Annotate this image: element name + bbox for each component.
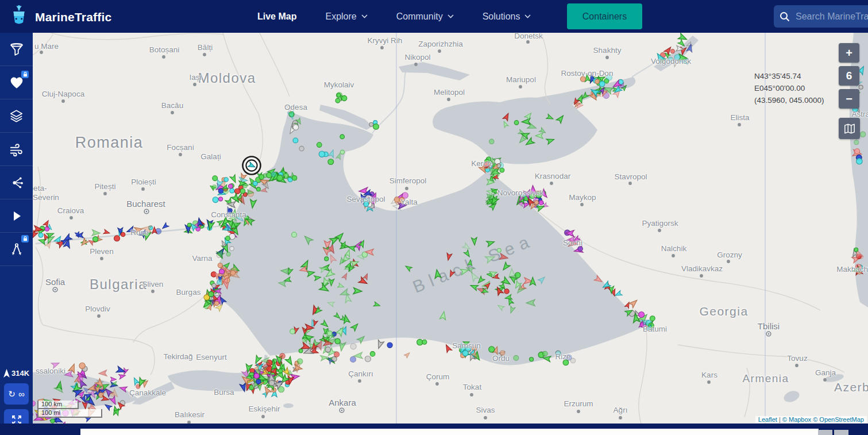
brand[interactable]: MarineTraffic xyxy=(8,4,111,30)
vessel-marker[interactable] xyxy=(530,185,537,194)
attribution-leaflet-link[interactable]: Leaflet xyxy=(758,416,777,423)
vessel-marker[interactable] xyxy=(500,351,505,355)
vessel-marker[interactable] xyxy=(443,344,452,353)
vessel-marker[interactable] xyxy=(599,81,605,87)
vessel-marker[interactable] xyxy=(595,79,600,84)
nav-item-live-map[interactable]: Live Map xyxy=(257,11,296,22)
vessel-marker[interactable] xyxy=(563,360,569,365)
vessel-marker[interactable] xyxy=(555,351,561,356)
vessel-marker[interactable] xyxy=(212,283,216,287)
vessel-marker[interactable] xyxy=(230,247,234,251)
vessel-marker[interactable] xyxy=(230,188,234,193)
vessel-marker[interactable] xyxy=(335,98,340,103)
vessel-marker[interactable] xyxy=(334,352,340,357)
vessel-marker[interactable] xyxy=(530,357,534,361)
attribution-osm-link[interactable]: © OpenStreetMap xyxy=(813,416,864,423)
vessel-marker[interactable] xyxy=(629,298,639,308)
vessel-marker[interactable] xyxy=(340,150,344,154)
vessel-marker[interactable] xyxy=(226,236,230,241)
vessel-marker[interactable] xyxy=(337,93,341,97)
vessel-marker[interactable] xyxy=(286,104,294,111)
nav-item-explore[interactable]: Explore xyxy=(325,11,367,22)
vessel-marker[interactable] xyxy=(103,229,110,235)
vessel-marker[interactable] xyxy=(325,257,329,261)
vessel-marker[interactable] xyxy=(670,49,674,53)
vessel-marker[interactable] xyxy=(364,202,369,207)
vessel-marker[interactable] xyxy=(514,356,519,361)
containers-button[interactable]: Containers xyxy=(567,3,642,29)
vessel-marker[interactable] xyxy=(33,401,36,406)
sidebar-item-layers[interactable] xyxy=(0,99,33,133)
vessel-marker[interactable] xyxy=(327,331,332,336)
vessel-marker[interactable] xyxy=(854,248,858,252)
vessel-marker[interactable] xyxy=(376,340,384,350)
vessel-marker[interactable] xyxy=(259,175,264,180)
vessel-marker[interactable] xyxy=(110,377,117,382)
vessel-marker[interactable] xyxy=(860,132,865,137)
vessel-marker[interactable] xyxy=(290,329,295,334)
vessel-marker[interactable] xyxy=(121,232,125,236)
vessel-marker[interactable] xyxy=(224,178,228,182)
vessel-marker[interactable] xyxy=(280,353,286,359)
vessel-marker[interactable] xyxy=(373,124,379,130)
vessel-marker[interactable] xyxy=(257,187,261,191)
vessel-marker[interactable] xyxy=(328,159,334,165)
vessel-marker[interactable] xyxy=(578,247,582,251)
vessel-marker[interactable] xyxy=(370,352,375,357)
vessel-marker[interactable] xyxy=(293,138,298,143)
sidebar-item-favorites[interactable] xyxy=(0,66,33,99)
vessel-marker[interactable] xyxy=(213,185,217,189)
vessel-marker[interactable] xyxy=(607,75,612,80)
vessel-marker[interactable] xyxy=(854,140,859,145)
vessel-marker[interactable] xyxy=(99,370,107,376)
map-style-button[interactable] xyxy=(839,118,860,139)
vessel-marker[interactable] xyxy=(319,151,325,157)
vessel-marker[interactable] xyxy=(369,122,373,126)
vessel-marker[interactable] xyxy=(68,363,77,373)
vessel-marker[interactable] xyxy=(399,197,404,202)
vessel-marker[interactable] xyxy=(484,161,489,167)
vessel-marker[interactable] xyxy=(213,176,218,181)
vessel-marker[interactable] xyxy=(219,197,223,201)
vessel-marker[interactable] xyxy=(218,263,222,268)
vessel-marker[interactable] xyxy=(859,85,863,89)
vessel-marker[interactable] xyxy=(293,125,299,130)
nav-item-solutions[interactable]: Solutions xyxy=(483,11,531,22)
attribution-mapbox-link[interactable]: © Mapbox xyxy=(782,416,811,423)
vessel-marker[interactable] xyxy=(580,76,585,82)
vessel-marker[interactable] xyxy=(213,197,218,203)
vessel-marker[interactable] xyxy=(285,356,294,366)
vessel-marker[interactable] xyxy=(214,301,219,306)
vessel-marker[interactable] xyxy=(678,33,688,43)
vessel-marker[interactable] xyxy=(38,233,43,237)
vessel-marker[interactable] xyxy=(114,236,120,241)
vessel-marker[interactable] xyxy=(219,269,225,274)
vessel-marker[interactable] xyxy=(514,121,519,125)
search-box[interactable] xyxy=(774,5,868,28)
vessel-marker[interactable] xyxy=(543,351,548,356)
vessel-marker[interactable] xyxy=(350,344,356,349)
bottom-panel-grip[interactable] xyxy=(834,430,848,435)
vessel-marker[interactable] xyxy=(269,380,275,386)
vessel-marker[interactable] xyxy=(504,289,509,294)
vessel-marker[interactable] xyxy=(226,252,230,256)
sidebar-item-weather[interactable] xyxy=(0,133,33,166)
vessel-marker[interactable] xyxy=(235,188,240,194)
vessel-marker[interactable] xyxy=(230,175,238,184)
bottom-panel-grip[interactable] xyxy=(818,430,832,435)
vessel-marker[interactable] xyxy=(51,360,60,368)
vessel-marker[interactable] xyxy=(230,271,235,275)
vessel-marker[interactable] xyxy=(299,349,303,353)
vessel-marker[interactable] xyxy=(161,222,169,230)
vessel-marker[interactable] xyxy=(497,248,501,252)
vessel-marker[interactable] xyxy=(136,384,140,388)
vessel-marker[interactable] xyxy=(539,201,543,205)
vessel-marker[interactable] xyxy=(218,188,223,193)
vessel-marker[interactable] xyxy=(395,197,400,202)
vessel-marker[interactable] xyxy=(271,172,276,176)
vessel-marker[interactable] xyxy=(254,374,259,379)
search-input[interactable] xyxy=(794,11,868,22)
live-map-canvas[interactable]: Black Sea RomaniaMoldovaBulgariaGeorgiaA… xyxy=(33,33,868,424)
vessel-marker[interactable] xyxy=(350,356,356,362)
sidebar-item-playback[interactable] xyxy=(0,199,33,233)
